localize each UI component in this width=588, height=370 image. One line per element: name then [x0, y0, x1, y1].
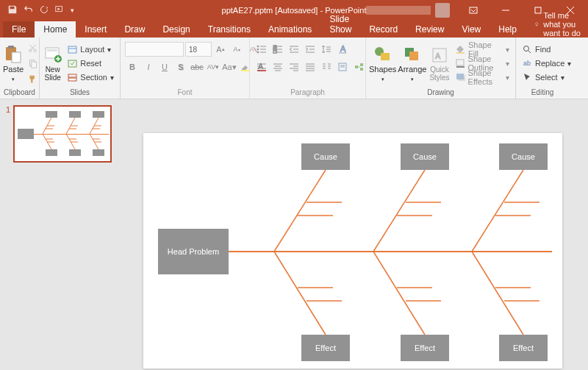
group-editing: Find abReplace ▾ Select ▾ Editing — [516, 38, 569, 99]
ribbon-display-icon[interactable] — [459, 1, 488, 20]
shape-head-problem[interactable]: Head Problem — [158, 229, 229, 274]
replace-icon: ab — [522, 58, 532, 68]
change-case-button[interactable]: Aa▾ — [222, 60, 237, 74]
char-spacing-button[interactable]: AV▾ — [206, 60, 220, 74]
group-label: Editing — [519, 88, 566, 97]
find-button[interactable]: Find — [519, 43, 574, 56]
shapes-icon — [373, 44, 392, 65]
shape-cause-2[interactable]: Cause — [401, 143, 449, 170]
tab-animations[interactable]: Animations — [259, 21, 320, 38]
columns-button[interactable] — [319, 60, 334, 74]
section-button[interactable]: Section ▾ — [64, 71, 117, 84]
tab-view[interactable]: View — [453, 21, 490, 38]
undo-icon[interactable] — [24, 4, 34, 16]
select-icon — [522, 72, 532, 82]
tell-me-search[interactable]: Tell me what you want to do — [534, 11, 588, 38]
svg-rect-82 — [456, 60, 464, 65]
decrease-indent-button[interactable] — [287, 42, 301, 57]
thumbnail-item[interactable]: 1 — [6, 105, 112, 163]
font-size-combo[interactable]: 18 — [185, 42, 212, 57]
svg-point-25 — [257, 46, 259, 47]
justify-button[interactable] — [303, 60, 318, 74]
select-button[interactable]: Select ▾ — [519, 71, 574, 84]
qat-more-icon[interactable]: ▾ — [71, 7, 74, 14]
line-spacing-button[interactable] — [319, 42, 334, 57]
fill-icon — [456, 44, 465, 54]
align-right-button[interactable] — [287, 60, 301, 74]
format-painter-button[interactable] — [25, 71, 40, 86]
start-from-beginning-icon[interactable] — [54, 4, 65, 16]
shape-effects-button[interactable]: Shape Effects ▾ — [453, 71, 512, 84]
tab-review[interactable]: Review — [406, 21, 453, 38]
numbering-button[interactable]: 123 — [270, 42, 285, 57]
tab-draw[interactable]: Draw — [115, 21, 154, 38]
group-label: Paragraph — [253, 88, 362, 97]
slide-thumbnails-panel: 1 — [0, 99, 118, 370]
smartart-button[interactable] — [351, 60, 366, 74]
layout-button[interactable]: Layout ▾ — [64, 43, 117, 56]
bullets-button[interactable] — [254, 42, 269, 57]
svg-text:A: A — [435, 51, 441, 60]
svg-point-29 — [257, 51, 259, 53]
slide-canvas[interactable]: Head Problem Cause Cause Cause Effect Ef… — [143, 133, 562, 369]
copy-button[interactable] — [25, 56, 40, 71]
bold-button[interactable]: B — [125, 60, 140, 74]
tab-home[interactable]: Home — [35, 21, 76, 38]
title-bar: ▾ pptAE27.pptm [Autosaved] - PowerPoint — [0, 0, 588, 20]
font-name-combo[interactable] — [125, 42, 184, 57]
tab-slideshow[interactable]: Slide Show — [320, 11, 360, 38]
italic-button[interactable]: I — [141, 60, 156, 74]
effects-icon — [456, 72, 465, 82]
increase-font-icon[interactable]: A▴ — [213, 42, 228, 57]
align-center-button[interactable] — [270, 60, 285, 74]
slide-canvas-area[interactable]: Head Problem Cause Cause Cause Effect Ef… — [118, 99, 588, 370]
tab-record[interactable]: Record — [360, 21, 406, 38]
tab-design[interactable]: Design — [154, 21, 198, 38]
shape-effect-3[interactable]: Effect — [499, 335, 548, 361]
svg-rect-78 — [409, 51, 418, 60]
shadow-button[interactable]: S — [173, 60, 188, 74]
shape-cause-3[interactable]: Cause — [499, 143, 548, 170]
svg-line-111 — [472, 252, 523, 335]
shapes-button[interactable]: Shapes▾ — [369, 40, 396, 86]
group-drawing: Shapes▾ Arrange▾ A Quick Styles Shape Fi… — [366, 38, 516, 99]
group-label: Clipboard — [3, 88, 36, 97]
quick-styles-button[interactable]: A Quick Styles — [428, 40, 451, 86]
tab-transitions[interactable]: Transitions — [199, 21, 259, 38]
align-left-button[interactable] — [254, 60, 269, 74]
arrange-button[interactable]: Arrange▾ — [398, 40, 426, 86]
user-account[interactable] — [366, 3, 450, 18]
text-direction-button[interactable]: A — [335, 42, 350, 57]
tab-help[interactable]: Help — [490, 21, 526, 38]
underline-button[interactable]: U — [157, 60, 172, 74]
decrease-font-icon[interactable]: A▾ — [229, 42, 244, 57]
align-text-button[interactable] — [335, 60, 350, 74]
paste-label: Paste — [3, 65, 24, 74]
tab-insert[interactable]: Insert — [76, 21, 115, 38]
menu-bar: File Home Insert Draw Design Transitions… — [0, 20, 588, 38]
svg-line-107 — [373, 170, 425, 252]
ribbon: Paste▾ Clipboard New Slide Layout ▾ Rese… — [0, 38, 588, 99]
replace-button[interactable]: abReplace ▾ — [519, 57, 574, 70]
shape-effect-2[interactable]: Effect — [401, 335, 449, 361]
save-icon[interactable] — [7, 4, 18, 16]
new-slide-button[interactable]: New Slide — [43, 40, 62, 86]
thumbnail-preview[interactable] — [13, 105, 112, 163]
redo-icon[interactable] — [40, 5, 49, 15]
tell-me-label: Tell me what you want to do — [543, 11, 588, 38]
group-clipboard: Paste▾ Clipboard — [0, 38, 40, 99]
find-icon — [522, 44, 532, 54]
minimize-button[interactable] — [491, 1, 520, 20]
svg-line-110 — [373, 252, 425, 335]
fishbone-spine[interactable] — [229, 251, 552, 252]
paste-button[interactable]: Paste▾ — [3, 40, 24, 86]
increase-indent-button[interactable] — [303, 42, 318, 57]
strikethrough-button[interactable]: abc — [190, 60, 204, 74]
reset-button[interactable]: Reset — [64, 57, 117, 70]
svg-rect-83 — [456, 66, 465, 68]
shape-cause-1[interactable]: Cause — [301, 143, 350, 170]
shape-effect-1[interactable]: Effect — [301, 335, 350, 361]
tab-file[interactable]: File — [3, 21, 35, 38]
svg-rect-76 — [381, 53, 390, 60]
cut-button[interactable] — [25, 40, 40, 55]
